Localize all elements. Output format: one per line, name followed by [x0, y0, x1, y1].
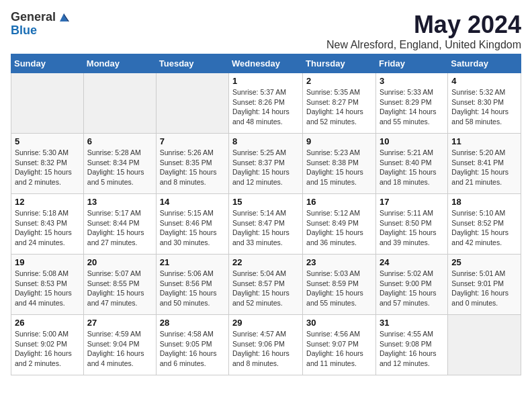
calendar-cell: 6Sunrise: 5:28 AM Sunset: 8:34 PM Daylig…: [83, 134, 156, 194]
calendar-cell: 29Sunrise: 4:57 AM Sunset: 9:06 PM Dayli…: [229, 315, 303, 375]
calendar-cell: 22Sunrise: 5:04 AM Sunset: 8:57 PM Dayli…: [229, 255, 303, 315]
weekday-header: Wednesday: [229, 54, 303, 73]
calendar-week-row: 26Sunrise: 5:00 AM Sunset: 9:02 PM Dayli…: [11, 315, 521, 375]
day-info: Sunrise: 5:26 AM Sunset: 8:35 PM Dayligh…: [160, 148, 225, 187]
calendar-week-row: 5Sunrise: 5:30 AM Sunset: 8:32 PM Daylig…: [11, 134, 521, 194]
calendar-cell: 7Sunrise: 5:26 AM Sunset: 8:35 PM Daylig…: [156, 134, 228, 194]
day-info: Sunrise: 5:15 AM Sunset: 8:46 PM Dayligh…: [160, 208, 225, 248]
day-info: Sunrise: 5:11 AM Sunset: 8:50 PM Dayligh…: [380, 208, 444, 248]
day-number: 29: [232, 318, 299, 328]
day-info: Sunrise: 5:32 AM Sunset: 8:30 PM Dayligh…: [451, 87, 517, 127]
calendar-cell: 3Sunrise: 5:33 AM Sunset: 8:29 PM Daylig…: [375, 73, 447, 134]
day-number: 27: [87, 318, 152, 328]
title-block: May 2024 New Alresford, England, United …: [326, 11, 521, 51]
day-number: 22: [232, 257, 299, 267]
calendar-cell: 14Sunrise: 5:15 AM Sunset: 8:46 PM Dayli…: [156, 194, 228, 255]
day-number: 6: [87, 136, 152, 146]
day-info: Sunrise: 5:35 AM Sunset: 8:27 PM Dayligh…: [306, 87, 372, 127]
calendar-table: SundayMondayTuesdayWednesdayThursdayFrid…: [11, 54, 521, 375]
day-info: Sunrise: 5:20 AM Sunset: 8:41 PM Dayligh…: [451, 148, 517, 187]
weekday-header: Friday: [375, 54, 447, 73]
logo: General Blue: [11, 11, 71, 38]
day-info: Sunrise: 5:04 AM Sunset: 8:57 PM Dayligh…: [232, 269, 299, 308]
calendar-cell: 2Sunrise: 5:35 AM Sunset: 8:27 PM Daylig…: [303, 73, 376, 134]
calendar-cell: 26Sunrise: 5:00 AM Sunset: 9:02 PM Dayli…: [11, 315, 84, 375]
day-info: Sunrise: 5:08 AM Sunset: 8:53 PM Dayligh…: [15, 269, 80, 308]
weekday-header: Sunday: [11, 54, 84, 73]
calendar-cell: 28Sunrise: 4:58 AM Sunset: 9:05 PM Dayli…: [156, 315, 228, 375]
day-info: Sunrise: 5:07 AM Sunset: 8:55 PM Dayligh…: [87, 269, 152, 308]
day-info: Sunrise: 5:03 AM Sunset: 8:59 PM Dayligh…: [306, 269, 372, 308]
day-info: Sunrise: 4:58 AM Sunset: 9:05 PM Dayligh…: [160, 329, 225, 369]
calendar-cell: 18Sunrise: 5:10 AM Sunset: 8:52 PM Dayli…: [448, 194, 521, 255]
day-number: 3: [380, 76, 444, 86]
calendar-cell: 17Sunrise: 5:11 AM Sunset: 8:50 PM Dayli…: [375, 194, 447, 255]
day-info: Sunrise: 5:18 AM Sunset: 8:43 PM Dayligh…: [15, 208, 80, 248]
calendar-cell: [156, 73, 228, 134]
calendar-cell: 31Sunrise: 4:55 AM Sunset: 9:08 PM Dayli…: [375, 315, 447, 375]
logo-icon: [57, 11, 71, 24]
day-number: 8: [232, 136, 299, 146]
calendar-cell: [448, 315, 521, 375]
calendar-cell: 19Sunrise: 5:08 AM Sunset: 8:53 PM Dayli…: [11, 255, 84, 315]
day-info: Sunrise: 4:59 AM Sunset: 9:04 PM Dayligh…: [87, 329, 152, 369]
calendar-cell: 24Sunrise: 5:02 AM Sunset: 9:00 PM Dayli…: [375, 255, 447, 315]
calendar-cell: 4Sunrise: 5:32 AM Sunset: 8:30 PM Daylig…: [448, 73, 521, 134]
logo-blue: Blue: [11, 24, 71, 38]
calendar-cell: 23Sunrise: 5:03 AM Sunset: 8:59 PM Dayli…: [303, 255, 376, 315]
calendar-cell: 11Sunrise: 5:20 AM Sunset: 8:41 PM Dayli…: [448, 134, 521, 194]
day-number: 4: [451, 76, 517, 86]
day-number: 30: [306, 318, 372, 328]
calendar-cell: 30Sunrise: 4:56 AM Sunset: 9:07 PM Dayli…: [303, 315, 376, 375]
calendar-cell: 25Sunrise: 5:01 AM Sunset: 9:01 PM Dayli…: [448, 255, 521, 315]
page-header: General Blue May 2024 New Alresford, Eng…: [11, 11, 521, 51]
weekday-header: Monday: [83, 54, 156, 73]
calendar-week-row: 12Sunrise: 5:18 AM Sunset: 8:43 PM Dayli…: [11, 194, 521, 255]
day-number: 21: [160, 257, 225, 267]
day-number: 7: [160, 136, 225, 146]
day-number: 5: [15, 136, 80, 146]
day-number: 25: [451, 257, 517, 267]
day-number: 11: [451, 136, 517, 146]
day-info: Sunrise: 5:06 AM Sunset: 8:56 PM Dayligh…: [160, 269, 225, 308]
day-number: 16: [306, 197, 372, 207]
day-number: 18: [451, 197, 517, 207]
day-number: 14: [160, 197, 225, 207]
day-number: 15: [232, 197, 299, 207]
calendar-cell: 9Sunrise: 5:23 AM Sunset: 8:38 PM Daylig…: [303, 134, 376, 194]
day-number: 12: [15, 197, 80, 207]
day-number: 2: [306, 76, 372, 86]
day-number: 17: [380, 197, 444, 207]
calendar-cell: 10Sunrise: 5:21 AM Sunset: 8:40 PM Dayli…: [375, 134, 447, 194]
day-info: Sunrise: 5:01 AM Sunset: 9:01 PM Dayligh…: [451, 269, 517, 308]
day-info: Sunrise: 5:30 AM Sunset: 8:32 PM Dayligh…: [15, 148, 80, 187]
day-info: Sunrise: 5:28 AM Sunset: 8:34 PM Dayligh…: [87, 148, 152, 187]
weekday-header: Saturday: [448, 54, 521, 73]
calendar-cell: 16Sunrise: 5:12 AM Sunset: 8:49 PM Dayli…: [303, 194, 376, 255]
calendar-cell: [11, 73, 84, 134]
day-number: 31: [380, 318, 444, 328]
calendar-cell: 12Sunrise: 5:18 AM Sunset: 8:43 PM Dayli…: [11, 194, 84, 255]
day-info: Sunrise: 5:14 AM Sunset: 8:47 PM Dayligh…: [232, 208, 299, 248]
calendar-header-row: SundayMondayTuesdayWednesdayThursdayFrid…: [11, 54, 521, 73]
calendar-week-row: 1Sunrise: 5:37 AM Sunset: 8:26 PM Daylig…: [11, 73, 521, 134]
day-info: Sunrise: 5:12 AM Sunset: 8:49 PM Dayligh…: [306, 208, 372, 248]
day-number: 19: [15, 257, 80, 267]
day-info: Sunrise: 5:23 AM Sunset: 8:38 PM Dayligh…: [306, 148, 372, 187]
day-info: Sunrise: 5:02 AM Sunset: 9:00 PM Dayligh…: [380, 269, 444, 308]
weekday-header: Thursday: [303, 54, 376, 73]
day-number: 26: [15, 318, 80, 328]
day-info: Sunrise: 5:33 AM Sunset: 8:29 PM Dayligh…: [380, 87, 444, 127]
calendar-cell: 20Sunrise: 5:07 AM Sunset: 8:55 PM Dayli…: [83, 255, 156, 315]
logo-general: General: [11, 11, 56, 24]
calendar-cell: 21Sunrise: 5:06 AM Sunset: 8:56 PM Dayli…: [156, 255, 228, 315]
day-info: Sunrise: 4:55 AM Sunset: 9:08 PM Dayligh…: [380, 329, 444, 369]
day-info: Sunrise: 5:25 AM Sunset: 8:37 PM Dayligh…: [232, 148, 299, 187]
calendar-cell: 13Sunrise: 5:17 AM Sunset: 8:44 PM Dayli…: [83, 194, 156, 255]
day-number: 23: [306, 257, 372, 267]
day-number: 24: [380, 257, 444, 267]
day-info: Sunrise: 5:37 AM Sunset: 8:26 PM Dayligh…: [232, 87, 299, 127]
calendar-cell: [83, 73, 156, 134]
day-info: Sunrise: 5:21 AM Sunset: 8:40 PM Dayligh…: [380, 148, 444, 187]
weekday-header: Tuesday: [156, 54, 228, 73]
